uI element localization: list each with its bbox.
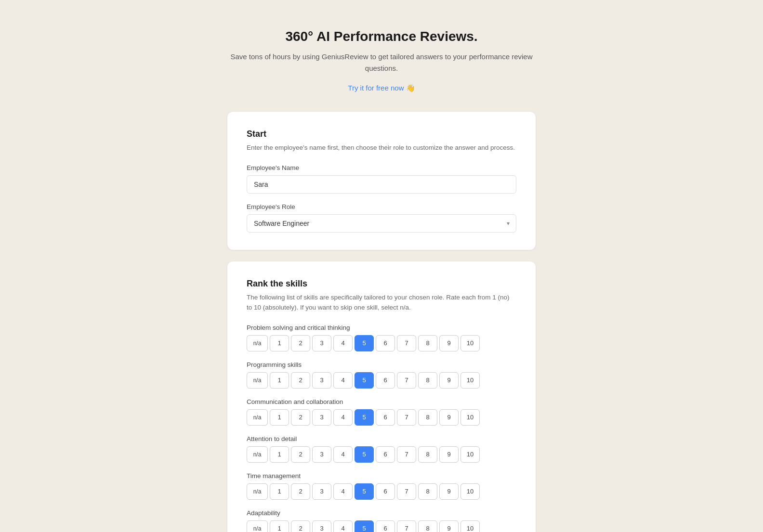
- start-card: Start Enter the employee's name first, t…: [227, 112, 536, 250]
- skill-row: Time managementn/a12345678910: [247, 472, 516, 500]
- skill-label: Adaptability: [247, 509, 516, 517]
- rating-button[interactable]: 6: [376, 483, 395, 500]
- skill-label: Problem solving and critical thinking: [247, 324, 516, 331]
- rating-button[interactable]: 5: [355, 483, 374, 500]
- start-card-description: Enter the employee's name first, then ch…: [247, 143, 516, 153]
- rating-button[interactable]: 8: [418, 409, 437, 426]
- rating-button[interactable]: 4: [333, 520, 353, 532]
- rating-button[interactable]: n/a: [247, 483, 268, 500]
- rating-button[interactable]: 9: [439, 372, 459, 389]
- rating-button[interactable]: 8: [418, 483, 437, 500]
- rating-button[interactable]: n/a: [247, 446, 268, 463]
- rating-button[interactable]: 9: [439, 335, 459, 351]
- skills-card-description: The following list of skills are specifi…: [247, 293, 516, 312]
- rating-button[interactable]: 2: [291, 372, 310, 389]
- rating-button[interactable]: 8: [418, 372, 437, 389]
- rating-button[interactable]: 8: [418, 446, 437, 463]
- rating-button[interactable]: 7: [397, 446, 416, 463]
- rating-button[interactable]: 4: [333, 335, 353, 351]
- rating-button[interactable]: 10: [460, 483, 480, 500]
- hero-subtitle: Save tons of hours by using GeniusReview…: [227, 51, 536, 74]
- rating-button[interactable]: 3: [312, 335, 331, 351]
- rating-button[interactable]: 6: [376, 335, 395, 351]
- rating-button[interactable]: n/a: [247, 409, 268, 426]
- rating-button[interactable]: 7: [397, 520, 416, 532]
- start-card-title: Start: [247, 129, 516, 139]
- employee-role-label: Employee's Role: [247, 203, 516, 210]
- rating-button[interactable]: 7: [397, 483, 416, 500]
- rating-button[interactable]: 4: [333, 483, 353, 500]
- rating-button[interactable]: 8: [418, 520, 437, 532]
- employee-role-select[interactable]: Software Engineer Product Manager Design…: [247, 214, 516, 233]
- rating-button[interactable]: 10: [460, 372, 480, 389]
- rating-button[interactable]: 2: [291, 520, 310, 532]
- employee-role-wrapper: Software Engineer Product Manager Design…: [247, 214, 516, 233]
- rating-button[interactable]: 4: [333, 409, 353, 426]
- rating-button[interactable]: 9: [439, 446, 459, 463]
- rating-button[interactable]: 7: [397, 372, 416, 389]
- skill-row: Programming skillsn/a12345678910: [247, 361, 516, 389]
- skill-row: Attention to detailn/a12345678910: [247, 435, 516, 463]
- rating-buttons: n/a12345678910: [247, 520, 516, 532]
- hero-title: 360° AI Performance Reviews.: [227, 29, 536, 44]
- rating-button[interactable]: 5: [355, 446, 374, 463]
- skill-row: Communication and collaborationn/a123456…: [247, 398, 516, 426]
- rating-buttons: n/a12345678910: [247, 335, 516, 351]
- rating-buttons: n/a12345678910: [247, 483, 516, 500]
- rating-buttons: n/a12345678910: [247, 446, 516, 463]
- rating-button[interactable]: 2: [291, 483, 310, 500]
- rating-button[interactable]: n/a: [247, 335, 268, 351]
- rating-button[interactable]: 6: [376, 409, 395, 426]
- skill-row: Adaptabilityn/a12345678910: [247, 509, 516, 532]
- rating-button[interactable]: 9: [439, 483, 459, 500]
- rating-button[interactable]: 7: [397, 335, 416, 351]
- rating-button[interactable]: 3: [312, 483, 331, 500]
- rating-button[interactable]: 1: [270, 446, 289, 463]
- rating-button[interactable]: 4: [333, 446, 353, 463]
- rating-buttons: n/a12345678910: [247, 372, 516, 389]
- employee-name-input[interactable]: [247, 175, 516, 194]
- employee-name-label: Employee's Name: [247, 164, 516, 171]
- hero-section: 360° AI Performance Reviews. Save tons o…: [227, 29, 536, 92]
- rating-button[interactable]: 10: [460, 446, 480, 463]
- skill-row: Problem solving and critical thinkingn/a…: [247, 324, 516, 351]
- rating-button[interactable]: 1: [270, 335, 289, 351]
- rating-button[interactable]: 10: [460, 520, 480, 532]
- rating-button[interactable]: n/a: [247, 520, 268, 532]
- rating-button[interactable]: 5: [355, 372, 374, 389]
- skill-label: Programming skills: [247, 361, 516, 368]
- skills-card: Rank the skills The following list of sk…: [227, 261, 536, 532]
- rating-button[interactable]: 1: [270, 483, 289, 500]
- rating-button[interactable]: 10: [460, 335, 480, 351]
- rating-button[interactable]: n/a: [247, 372, 268, 389]
- rating-button[interactable]: 1: [270, 520, 289, 532]
- rating-button[interactable]: 9: [439, 520, 459, 532]
- rating-button[interactable]: 7: [397, 409, 416, 426]
- rating-button[interactable]: 5: [355, 520, 374, 532]
- rating-button[interactable]: 4: [333, 372, 353, 389]
- skills-container: Problem solving and critical thinkingn/a…: [247, 324, 516, 532]
- rating-button[interactable]: 9: [439, 409, 459, 426]
- rating-button[interactable]: 1: [270, 409, 289, 426]
- skill-label: Time management: [247, 472, 516, 480]
- rating-buttons: n/a12345678910: [247, 409, 516, 426]
- skills-card-title: Rank the skills: [247, 279, 516, 289]
- rating-button[interactable]: 8: [418, 335, 437, 351]
- rating-button[interactable]: 6: [376, 520, 395, 532]
- rating-button[interactable]: 1: [270, 372, 289, 389]
- rating-button[interactable]: 10: [460, 409, 480, 426]
- rating-button[interactable]: 6: [376, 372, 395, 389]
- rating-button[interactable]: 2: [291, 409, 310, 426]
- rating-button[interactable]: 2: [291, 335, 310, 351]
- rating-button[interactable]: 2: [291, 446, 310, 463]
- skill-label: Communication and collaboration: [247, 398, 516, 405]
- rating-button[interactable]: 3: [312, 372, 331, 389]
- hero-cta-link[interactable]: Try it for free now 👋: [348, 84, 415, 92]
- rating-button[interactable]: 3: [312, 409, 331, 426]
- rating-button[interactable]: 6: [376, 446, 395, 463]
- rating-button[interactable]: 5: [355, 335, 374, 351]
- skill-label: Attention to detail: [247, 435, 516, 442]
- rating-button[interactable]: 3: [312, 520, 331, 532]
- rating-button[interactable]: 5: [355, 409, 374, 426]
- rating-button[interactable]: 3: [312, 446, 331, 463]
